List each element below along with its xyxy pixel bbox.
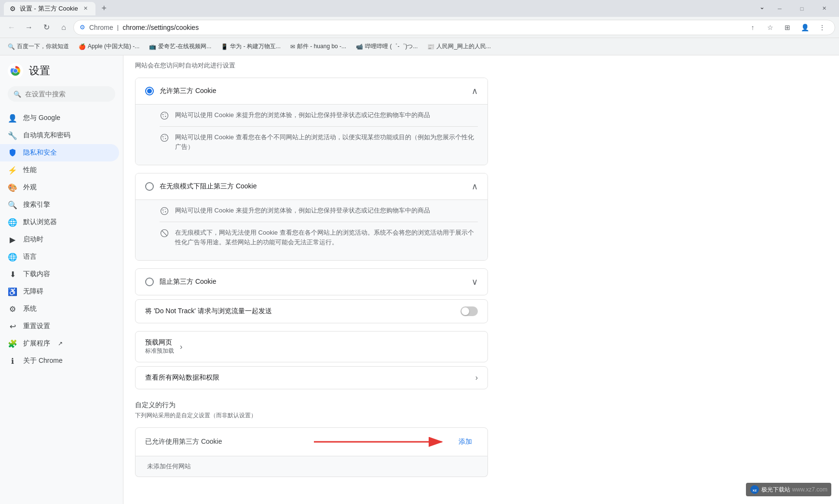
- new-tab-button[interactable]: +: [97, 2, 111, 15]
- close-button[interactable]: ✕: [813, 0, 835, 17]
- sidebar-label: 扩展程序: [23, 339, 50, 348]
- option-detail-2: 网站可以使用 Cookie 查看您在各个不同网站上的浏览活动，以便实现某些功能或…: [160, 127, 478, 157]
- allowed-section: 已允许使用第三方 Cookie: [135, 427, 488, 477]
- do-not-track-toggle[interactable]: [460, 306, 478, 316]
- sidebar-label: 默认浏览器: [23, 218, 57, 226]
- bookmark-iqiyi[interactable]: 📺 爱奇艺-在线视频网...: [145, 40, 215, 53]
- home-button[interactable]: ⌂: [56, 20, 71, 35]
- content-area: 网站会在您访问时自动对此进行设置 允许第三方 Cookie ∧ 网站可以使用 C…: [123, 55, 839, 504]
- person-icon: 👤: [8, 113, 17, 123]
- sidebar-label: 搜索引擎: [23, 200, 50, 209]
- preload-row[interactable]: 预载网页 标准预加载 ›: [135, 331, 488, 362]
- incognito-block-radio[interactable]: [145, 182, 154, 191]
- sidebar-item-downloads[interactable]: ⬇ 下载内容: [0, 265, 119, 283]
- sidebar-item-reset[interactable]: ↩ 重置设置: [0, 318, 119, 335]
- custom-behavior-desc: 下列网站采用的是自定义设置（而非默认设置）: [135, 411, 488, 420]
- svg-text:xz: xz: [752, 488, 756, 492]
- settings-search-bar[interactable]: 🔍: [8, 86, 115, 102]
- allow-third-party-body: 网站可以使用 Cookie 来提升您的浏览体验，例如让您保持登录状态或记住您购物…: [135, 104, 487, 165]
- block-all-header[interactable]: 阻止第三方 Cookie ∨: [135, 269, 487, 295]
- cookie-icon-3: [160, 206, 169, 216]
- custom-behavior-section: 自定义的行为 下列网站采用的是自定义设置（而非默认设置） 已允许使用第三方 Co…: [135, 401, 488, 477]
- expand-icon[interactable]: ∨: [472, 277, 478, 287]
- settings-menu-button[interactable]: ⋮: [815, 21, 829, 34]
- svg-point-7: [165, 116, 166, 117]
- incognito-block-header[interactable]: 在无痕模式下阻止第三方 Cookie ∧: [135, 173, 487, 199]
- incognito-block-body: 网站可以使用 Cookie 来提升您的浏览体验，例如让您保持登录状态或记住您购物…: [135, 199, 487, 260]
- sidebar-item-autofill[interactable]: 🔧 自动填充和密码: [0, 127, 119, 144]
- sidebar-header: 设置: [0, 59, 123, 82]
- sidebar-item-default-browser[interactable]: 🌐 默认浏览器: [0, 213, 119, 231]
- browser-tab[interactable]: ⚙ 设置 - 第三方 Cookie ✕: [4, 2, 95, 15]
- overflow-button[interactable]: ⌄: [755, 0, 769, 13]
- collapse-icon[interactable]: ∧: [472, 86, 478, 96]
- allow-third-party-radio[interactable]: [145, 87, 154, 95]
- red-arrow-annotation: [314, 435, 449, 449]
- external-link-icon: ↗: [58, 340, 63, 347]
- incognito-detail-2: 在无痕模式下，网站无法使用 Cookie 查看您在各个网站上的浏览活动。系统不会…: [160, 222, 478, 252]
- svg-point-13: [163, 139, 164, 140]
- bookmark-huawei[interactable]: 📱 华为 - 构建万物互...: [217, 40, 284, 53]
- view-all-sites-row[interactable]: 查看所有网站数据和权限 ›: [135, 366, 488, 389]
- bookmark-button[interactable]: ☆: [763, 21, 777, 34]
- sidebar-item-extensions[interactable]: 🧩 扩展程序 ↗: [0, 335, 119, 352]
- sidebar-item-startup[interactable]: ▶ 启动时: [0, 231, 119, 248]
- info-icon: ℹ: [8, 356, 17, 366]
- add-allowed-button[interactable]: 添加: [453, 435, 478, 449]
- svg-point-11: [165, 136, 166, 137]
- preload-content: 预载网页 标准预加载: [145, 338, 174, 355]
- svg-point-17: [165, 211, 166, 212]
- back-button[interactable]: ←: [4, 20, 19, 35]
- downloads-icon: ⬇: [8, 269, 17, 279]
- watermark-text: 极光下载站: [761, 486, 790, 494]
- tab-close-button[interactable]: ✕: [82, 5, 90, 13]
- address-separator: |: [117, 24, 119, 31]
- bookmark-apple[interactable]: 🍎 Apple (中国大陆) -...: [75, 40, 143, 53]
- settings-search-input[interactable]: [25, 90, 109, 98]
- address-text: chrome://settings/cookies: [122, 24, 199, 31]
- bookmark-baidu[interactable]: 🔍 百度一下，你就知道: [4, 40, 73, 53]
- address-bar[interactable]: ⚙ Chrome | chrome://settings/cookies ↑ ☆…: [73, 20, 835, 35]
- sidebar-item-system[interactable]: ⚙ 系统: [0, 300, 119, 318]
- allow-third-party-option: 允许第三方 Cookie ∧ 网站可以使用 Cookie 来提升您的浏览体验，例…: [135, 78, 488, 165]
- maximize-button[interactable]: □: [791, 0, 813, 17]
- sidebar-item-google-account[interactable]: 👤 您与 Google: [0, 109, 119, 127]
- bookmark-icon: 🍎: [79, 43, 86, 50]
- allow-third-party-label: 允许第三方 Cookie: [160, 87, 466, 95]
- incognito-detail-1: 网站可以使用 Cookie 来提升您的浏览体验，例如让您保持登录状态或记住您购物…: [160, 200, 478, 222]
- sidebar-item-about[interactable]: ℹ 关于 Chrome: [0, 352, 119, 370]
- allow-third-party-header[interactable]: 允许第三方 Cookie ∧: [135, 78, 487, 104]
- tab-title: 设置 - 第三方 Cookie: [20, 4, 78, 13]
- startup-icon: ▶: [8, 235, 17, 244]
- block-all-radio[interactable]: [145, 278, 154, 286]
- sidebar-label: 隐私和安全: [23, 148, 57, 157]
- preload-subtitle: 标准预加载: [145, 347, 174, 355]
- svg-point-5: [162, 114, 163, 115]
- sidebar-item-language[interactable]: 🌐 语言: [0, 248, 119, 265]
- sidebar-item-appearance[interactable]: 🎨 外观: [0, 179, 119, 196]
- bookmark-icon: 📹: [356, 43, 363, 50]
- chrome-logo-icon: [8, 63, 23, 79]
- bookmark-icon: 📺: [149, 43, 156, 50]
- bookmark-bilibili[interactable]: 📹 哔哩哔哩 (゜-゜)つ...: [352, 40, 421, 53]
- sidebar-item-accessibility[interactable]: ♿ 无障碍: [0, 283, 119, 300]
- sidebar-item-performance[interactable]: ⚡ 性能: [0, 161, 119, 179]
- svg-point-4: [161, 112, 168, 119]
- share-button[interactable]: ↑: [746, 21, 759, 34]
- profile-button[interactable]: 👤: [798, 21, 812, 34]
- collapse-icon-2[interactable]: ∧: [472, 181, 478, 192]
- top-note: 网站会在您访问时自动对此进行设置: [135, 55, 488, 78]
- sidebar-item-search[interactable]: 🔍 搜索引擎: [0, 196, 119, 213]
- bookmark-mail[interactable]: ✉ 邮件 - huang bo -...: [286, 40, 350, 53]
- forward-button[interactable]: →: [21, 20, 37, 35]
- sidebar-label: 自动填充和密码: [23, 131, 70, 140]
- extensions-button[interactable]: ⊞: [781, 21, 794, 34]
- custom-behavior-title: 自定义的行为: [135, 401, 488, 410]
- svg-point-8: [163, 117, 164, 118]
- minimize-button[interactable]: ─: [769, 0, 791, 17]
- allowed-row: 已允许使用第三方 Cookie: [135, 427, 488, 456]
- cookie-icon-2: [160, 133, 169, 143]
- reload-button[interactable]: ↻: [39, 20, 54, 35]
- sidebar-item-privacy[interactable]: 隐私和安全: [0, 144, 119, 161]
- bookmark-renmin[interactable]: 📰 人民网_网上的人民...: [423, 40, 495, 53]
